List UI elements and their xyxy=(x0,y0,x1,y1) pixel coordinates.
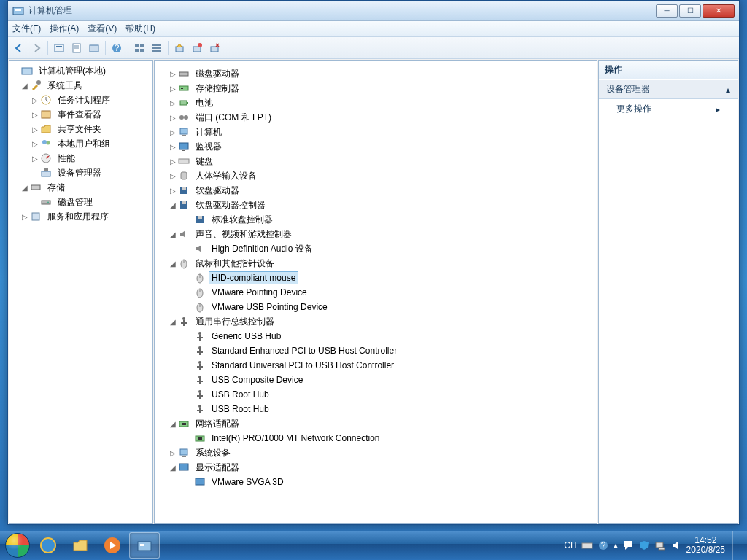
device-usb[interactable]: ◢通用串行总线控制器 xyxy=(155,314,597,329)
show-desktop-button[interactable] xyxy=(732,531,740,560)
uninstall-button[interactable] xyxy=(206,40,222,56)
toggle-icon[interactable]: ◢ xyxy=(168,464,178,472)
device-ports[interactable]: ▷端口 (COM 和 LPT) xyxy=(155,110,597,125)
forward-button[interactable] xyxy=(28,40,44,56)
maximize-button[interactable]: ☐ xyxy=(679,4,701,18)
tree-root[interactable]: 计算机管理(本地) xyxy=(9,63,152,78)
device-hid[interactable]: ▷人体学输入设备 xyxy=(155,168,597,183)
collapse-icon[interactable]: ◢ xyxy=(20,82,30,90)
device-battery[interactable]: ▷电池 xyxy=(155,96,597,110)
toggle-icon[interactable]: ▷ xyxy=(168,143,178,151)
close-button[interactable]: ✕ xyxy=(703,4,735,18)
tree-devmgr[interactable]: 设备管理器 xyxy=(9,166,152,180)
device-mouse_c1[interactable]: HID-compliant mouse xyxy=(155,271,597,285)
tray-chevron-icon[interactable]: ▴ xyxy=(614,540,618,551)
device-floppyctrl_c[interactable]: 标准软盘控制器 xyxy=(155,212,597,227)
expand-icon[interactable]: ▷ xyxy=(30,125,40,133)
taskbar-mediaplayer[interactable] xyxy=(97,532,128,559)
device-keyboard[interactable]: ▷键盘 xyxy=(155,154,597,168)
toggle-icon[interactable]: ▷ xyxy=(168,187,178,195)
view-detail-button[interactable] xyxy=(149,40,165,56)
toggle-icon[interactable]: ◢ xyxy=(168,201,178,209)
menu-file[interactable]: 文件(F) xyxy=(12,23,41,35)
device-storctrl[interactable]: ▷存储控制器 xyxy=(155,81,597,96)
menu-view[interactable]: 查看(V) xyxy=(88,23,117,35)
device-display_c[interactable]: VMware SVGA 3D xyxy=(155,475,597,489)
scan-button[interactable] xyxy=(171,40,187,56)
back-button[interactable] xyxy=(11,40,27,56)
toggle-icon[interactable]: ▷ xyxy=(168,172,178,180)
device-tree-scroll[interactable]: ▷磁盘驱动器▷存储控制器▷电池▷端口 (COM 和 LPT)▷计算机▷监视器▷键… xyxy=(155,61,597,523)
menu-action[interactable]: 操作(A) xyxy=(50,23,79,35)
volume-tray-icon[interactable] xyxy=(670,540,682,551)
actions-more[interactable]: 更多操作 ▸ xyxy=(599,99,738,119)
keyboard-tray-icon[interactable] xyxy=(581,540,593,551)
device-disk[interactable]: ▷磁盘驱动器 xyxy=(155,66,597,81)
network-tray-icon[interactable] xyxy=(654,540,666,551)
device-sound_c[interactable]: High Definition Audio 设备 xyxy=(155,241,597,256)
toggle-icon[interactable]: ▷ xyxy=(168,449,178,457)
device-sound[interactable]: ◢声音、视频和游戏控制器 xyxy=(155,227,597,241)
taskbar-ie[interactable] xyxy=(33,532,63,559)
tray-clock[interactable]: 14:52 2020/8/25 xyxy=(686,536,725,555)
toggle-icon[interactable]: ▷ xyxy=(168,99,178,107)
expand-icon[interactable]: ▷ xyxy=(30,96,40,104)
device-floppyctrl[interactable]: ◢软盘驱动器控制器 xyxy=(155,198,597,212)
device-mouse_c3[interactable]: VMware USB Pointing Device xyxy=(155,300,597,314)
taskbar[interactable]: CH ? ▴ 14:52 2020/8/25 xyxy=(0,531,747,560)
device-mouse_c2[interactable]: VMware Pointing Device xyxy=(155,285,597,300)
expand-icon[interactable]: ▷ xyxy=(20,213,30,221)
toggle-icon[interactable]: ▷ xyxy=(168,128,178,136)
device-display[interactable]: ◢显示适配器 xyxy=(155,460,597,475)
device-usb_c6[interactable]: USB Root Hub xyxy=(155,402,597,416)
expand-icon[interactable]: ▷ xyxy=(30,140,40,148)
device-computer[interactable]: ▷计算机 xyxy=(155,125,597,139)
shield-tray-icon[interactable] xyxy=(638,540,650,551)
tree-services[interactable]: ▷服务和应用程序 xyxy=(9,209,152,224)
device-usb_c2[interactable]: Standard Enhanced PCI to USB Host Contro… xyxy=(155,343,597,358)
device-net_c[interactable]: Intel(R) PRO/1000 MT Network Connection xyxy=(155,431,597,446)
actions-section[interactable]: 设备管理器 ▴ xyxy=(599,79,738,99)
toggle-icon[interactable]: ◢ xyxy=(168,420,178,428)
device-mouse[interactable]: ◢鼠标和其他指针设备 xyxy=(155,256,597,271)
toggle-icon[interactable]: ▷ xyxy=(168,114,178,122)
tree-task[interactable]: ▷任务计划程序 xyxy=(9,93,152,107)
tree-users[interactable]: ▷本地用户和组 xyxy=(9,136,152,151)
start-button[interactable] xyxy=(3,531,32,560)
collapse-icon[interactable]: ◢ xyxy=(20,184,30,192)
tree-event[interactable]: ▷事件查看器 xyxy=(9,107,152,122)
expand-icon[interactable]: ▷ xyxy=(30,111,40,119)
up-button[interactable] xyxy=(51,40,67,56)
minimize-button[interactable]: ─ xyxy=(656,4,678,18)
ime-indicator[interactable]: CH xyxy=(564,540,576,551)
taskbar-mmc[interactable] xyxy=(129,532,160,559)
device-usb_c1[interactable]: Generic USB Hub xyxy=(155,329,597,343)
help-tray-icon[interactable]: ? xyxy=(597,540,609,551)
expand-icon[interactable]: ▷ xyxy=(30,155,40,163)
export-button[interactable] xyxy=(86,40,102,56)
menu-help[interactable]: 帮助(H) xyxy=(125,23,155,35)
tree-diskmgmt[interactable]: 磁盘管理 xyxy=(9,195,152,209)
toggle-icon[interactable]: ◢ xyxy=(168,318,178,326)
action-center-icon[interactable] xyxy=(622,540,634,551)
device-usb_c4[interactable]: USB Composite Device xyxy=(155,373,597,387)
toggle-icon[interactable]: ▷ xyxy=(168,85,178,93)
device-usb_c5[interactable]: USB Root Hub xyxy=(155,387,597,402)
device-sysdev[interactable]: ▷系统设备 xyxy=(155,446,597,460)
device-floppy[interactable]: ▷软盘驱动器 xyxy=(155,183,597,198)
toggle-icon[interactable]: ▷ xyxy=(168,70,178,78)
taskbar-explorer[interactable] xyxy=(65,532,96,559)
tree-shared[interactable]: ▷共享文件夹 xyxy=(9,122,152,136)
toggle-icon[interactable]: ▷ xyxy=(168,158,178,166)
update-button[interactable] xyxy=(189,40,205,56)
toggle-icon[interactable]: ◢ xyxy=(168,260,178,268)
device-usb_c3[interactable]: Standard Universal PCI to USB Host Contr… xyxy=(155,358,597,373)
device-tree[interactable]: ▷磁盘驱动器▷存储控制器▷电池▷端口 (COM 和 LPT)▷计算机▷监视器▷键… xyxy=(155,63,597,492)
device-net[interactable]: ◢网络适配器 xyxy=(155,416,597,431)
tree-perf[interactable]: ▷性能 xyxy=(9,151,152,166)
help-button[interactable]: ? xyxy=(109,40,125,56)
tree-storage[interactable]: ◢存储 xyxy=(9,180,152,195)
titlebar[interactable]: 计算机管理 ─ ☐ ✕ xyxy=(8,1,739,21)
device-monitor[interactable]: ▷监视器 xyxy=(155,139,597,154)
tree-systools[interactable]: ◢系统工具 xyxy=(9,78,152,93)
